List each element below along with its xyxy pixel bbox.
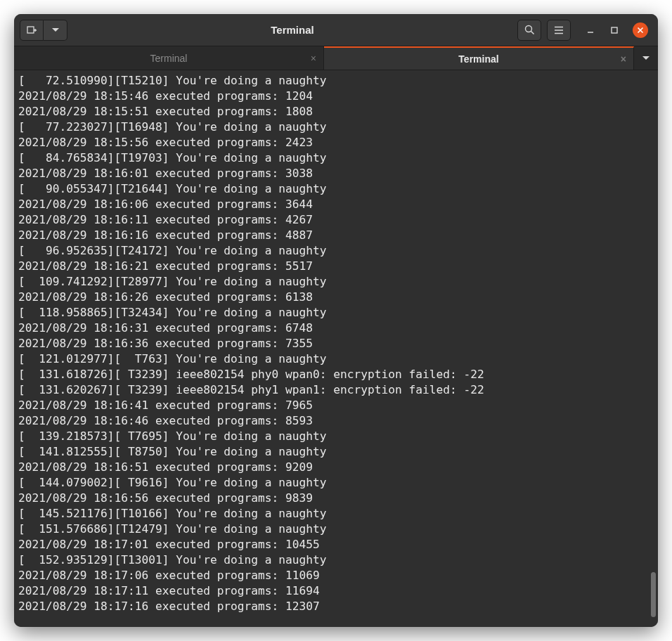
svg-rect-0 xyxy=(27,27,34,33)
terminal-output: [ 72.510990][T15210] You're doing a naug… xyxy=(18,73,654,614)
tab-terminal-2[interactable]: Terminal × xyxy=(324,46,634,70)
tab-terminal-1[interactable]: Terminal × xyxy=(14,46,324,70)
close-button[interactable] xyxy=(633,22,648,38)
new-tab-icon xyxy=(27,25,37,35)
window-title: Terminal xyxy=(67,24,517,36)
tab-close-button[interactable]: × xyxy=(621,53,626,65)
tab-label: Terminal xyxy=(458,53,498,65)
hamburger-icon xyxy=(554,26,564,34)
minimize-icon xyxy=(586,26,595,34)
close-icon xyxy=(637,27,644,34)
search-icon xyxy=(524,25,535,35)
maximize-button[interactable] xyxy=(609,25,620,36)
minimize-button[interactable] xyxy=(585,25,596,36)
terminal-window: Terminal xyxy=(14,14,658,627)
svg-line-4 xyxy=(531,32,534,34)
new-tab-button[interactable] xyxy=(20,20,44,41)
tab-label: Terminal xyxy=(150,53,188,64)
svg-rect-9 xyxy=(612,27,617,33)
search-button[interactable] xyxy=(517,20,541,41)
scrollbar-thumb[interactable] xyxy=(651,572,656,617)
svg-point-3 xyxy=(525,26,531,32)
titlebar-right-controls xyxy=(517,20,652,41)
tab-close-button[interactable]: × xyxy=(311,53,316,64)
titlebar: Terminal xyxy=(14,14,658,46)
window-controls xyxy=(585,22,648,38)
tab-bar: Terminal × Terminal × xyxy=(14,46,658,70)
tab-overflow-button[interactable] xyxy=(634,46,658,70)
chevron-down-icon xyxy=(642,56,650,60)
new-tab-menu-button[interactable] xyxy=(44,20,67,41)
terminal-body[interactable]: [ 72.510990][T15210] You're doing a naug… xyxy=(14,70,658,627)
chevron-down-icon xyxy=(52,28,59,32)
maximize-icon xyxy=(610,26,619,34)
titlebar-left-controls xyxy=(20,20,67,41)
menu-button[interactable] xyxy=(547,20,571,41)
